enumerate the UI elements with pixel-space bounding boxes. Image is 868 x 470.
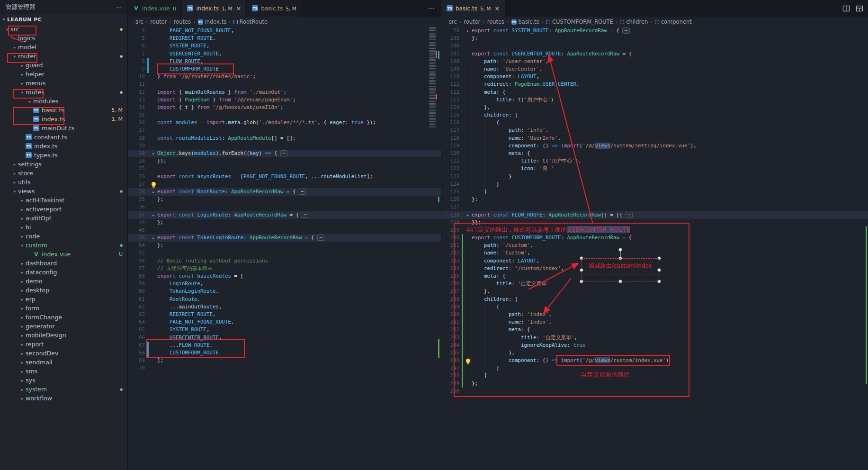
line-number[interactable]: 233 bbox=[441, 257, 464, 265]
code-line-236[interactable]: 236 title: '自定义菜单' bbox=[441, 280, 868, 288]
folded-code-ellipsis[interactable]: ⋯ bbox=[299, 189, 306, 195]
line-number[interactable]: 117 bbox=[441, 127, 464, 134]
code-line-237[interactable]: 237 }, bbox=[441, 288, 868, 295]
tree-item-dataconfig[interactable]: ▸dataconfig bbox=[0, 268, 127, 277]
code-line-115[interactable]: 115 children: [ bbox=[441, 111, 868, 119]
tree-item-formChange[interactable]: ▸formChange bbox=[0, 313, 127, 322]
line-number[interactable]: 46 bbox=[128, 234, 150, 242]
line-number[interactable]: 234 bbox=[441, 265, 464, 272]
folded-code-ellipsis[interactable]: ⋯ bbox=[280, 150, 287, 156]
tree-item-auditOpt[interactable]: ▸auditOpt bbox=[0, 214, 127, 223]
code-line-111[interactable]: 111 redirect: PageEnum.USER_CENTER, bbox=[441, 81, 868, 88]
folded-code-ellipsis[interactable]: ⋯ bbox=[317, 235, 324, 241]
code-line-64[interactable]: 64 PAGE_NOT_FOUND_ROUTE, bbox=[128, 318, 441, 326]
code-line-109[interactable]: 109 name: 'UserCenter', bbox=[441, 65, 868, 73]
code-line-240[interactable]: 240 path: 'index', bbox=[441, 311, 868, 318]
breadcrumb-item-index.ts[interactable]: TSindex.ts bbox=[198, 18, 227, 25]
line-number[interactable]: 241 bbox=[441, 318, 464, 326]
line-number[interactable]: 128 bbox=[441, 211, 464, 219]
code-line-58[interactable]: 58export const basicRoutes = [ bbox=[128, 272, 441, 280]
line-number[interactable]: 12 bbox=[128, 89, 150, 96]
code-line-59[interactable]: 59 LoginRoute, bbox=[128, 280, 441, 288]
line-number[interactable]: 76 bbox=[441, 27, 464, 35]
line-number[interactable]: 243 bbox=[441, 334, 464, 342]
line-number[interactable]: 105 bbox=[441, 35, 464, 42]
code-line-15[interactable]: 15 bbox=[128, 111, 441, 119]
code-line-28[interactable]: 28▸export const RootRoute: AppRouteRecor… bbox=[128, 188, 441, 196]
line-number[interactable]: 240 bbox=[441, 311, 464, 318]
code-line-239[interactable]: 239 { bbox=[441, 303, 868, 311]
code-editor-basic-ts[interactable]: 76▸export const SYSTEM_ROUTE: AppRouteRe… bbox=[441, 27, 868, 470]
code-line-46[interactable]: 46▸export const TokenLoginRoute: AppRout… bbox=[128, 234, 441, 242]
code-line-106[interactable]: 106 bbox=[441, 42, 868, 50]
breadcrumb-item-src[interactable]: src bbox=[449, 18, 457, 25]
code-line-114[interactable]: 114 }, bbox=[441, 104, 868, 111]
code-line-68[interactable]: 68 CUSTOMFORM_ROUTE bbox=[128, 349, 441, 357]
line-number[interactable]: 70 bbox=[128, 364, 150, 372]
line-number[interactable]: 121 bbox=[441, 157, 464, 165]
fold-chevron-icon[interactable]: ▸ bbox=[466, 27, 469, 35]
line-number[interactable]: 36 bbox=[128, 203, 150, 211]
code-line-56[interactable]: 56// Basic routing without permissions bbox=[128, 257, 441, 265]
tab-basic.ts[interactable]: TSbasic.ts5, M bbox=[247, 0, 302, 17]
code-line-110[interactable]: 110 component: LAYOUT, bbox=[441, 73, 868, 81]
code-line-61[interactable]: 61 RootRoute, bbox=[128, 296, 441, 303]
code-line-8[interactable]: 8 FLOW_ROUTE, bbox=[128, 58, 441, 65]
code-line-65[interactable]: 65 SYSTEM_ROUTE, bbox=[128, 326, 441, 334]
line-number[interactable]: 64 bbox=[128, 318, 150, 326]
tree-item-views[interactable]: ▾views● bbox=[0, 187, 127, 196]
code-line-44[interactable]: 44}; bbox=[128, 219, 441, 226]
line-number[interactable]: 247 bbox=[441, 364, 464, 372]
line-number[interactable]: 111 bbox=[441, 81, 464, 88]
code-line-35[interactable]: 35}; bbox=[128, 196, 441, 203]
code-line-11[interactable]: 11 bbox=[128, 81, 441, 88]
line-number[interactable]: 63 bbox=[128, 311, 150, 318]
tree-item-constant.ts[interactable]: TSconstant.ts bbox=[0, 133, 127, 142]
tree-item-index.ts[interactable]: TSindex.ts1, M bbox=[0, 115, 127, 124]
code-line-9[interactable]: 9 CUSTOMFORM_ROUTE bbox=[128, 65, 441, 73]
line-number[interactable]: 4 bbox=[128, 27, 150, 35]
line-number[interactable]: 236 bbox=[441, 280, 464, 288]
breadcrumb-item-children[interactable]: children bbox=[620, 18, 648, 25]
line-number[interactable]: 124 bbox=[441, 181, 464, 188]
code-line-16[interactable]: 16const modules = import.meta.glob('./mo… bbox=[128, 119, 441, 127]
code-line-234[interactable]: 234 redirect: '/custom/index', bbox=[441, 265, 868, 272]
line-number[interactable]: 122 bbox=[441, 165, 464, 172]
tree-item-router[interactable]: ▾router● bbox=[0, 52, 127, 61]
code-line-20[interactable]: 20▸Object.keys(modules).forEach((key) =>… bbox=[128, 150, 441, 157]
code-line-127[interactable]: 127 bbox=[441, 203, 868, 211]
tree-item-erp[interactable]: ▸erp bbox=[0, 295, 127, 304]
line-number[interactable]: 28 bbox=[128, 188, 150, 196]
line-number[interactable]: 35 bbox=[128, 196, 150, 203]
tree-item-bi[interactable]: ▸bi bbox=[0, 223, 127, 232]
tree-item-code[interactable]: ▸code bbox=[0, 232, 127, 241]
code-line-117[interactable]: 117 path: 'info', bbox=[441, 127, 868, 134]
line-number[interactable]: 118 bbox=[441, 135, 464, 142]
line-number[interactable]: 17 bbox=[128, 127, 150, 134]
tree-item-dashboard[interactable]: ▸dashboard bbox=[0, 259, 127, 268]
breadcrumb-item-RootRoute[interactable]: RootRoute bbox=[233, 18, 268, 25]
code-line-19[interactable]: 19 bbox=[128, 142, 441, 150]
line-number[interactable]: 125 bbox=[441, 188, 464, 196]
code-line-108[interactable]: 108 path: '/user-center', bbox=[441, 58, 868, 65]
line-number[interactable]: 250 bbox=[441, 388, 464, 395]
code-line-54[interactable]: 54}; bbox=[128, 242, 441, 249]
tree-item-settings[interactable]: ▸settings bbox=[0, 160, 127, 169]
breadcrumb-item-router[interactable]: router bbox=[150, 18, 167, 25]
code-line-55[interactable]: 55 bbox=[128, 249, 441, 257]
line-number[interactable]: 8 bbox=[128, 58, 150, 65]
line-number[interactable]: 25 bbox=[128, 165, 150, 172]
code-line-14[interactable]: 14import { t } from '/@/hooks/web/useI18… bbox=[128, 104, 441, 111]
code-line-12[interactable]: 12import { mainOutRoutes } from './mainO… bbox=[128, 89, 441, 96]
line-number[interactable]: 60 bbox=[128, 288, 150, 295]
line-number[interactable]: 238 bbox=[441, 296, 464, 303]
line-number[interactable]: 237 bbox=[441, 288, 464, 295]
code-line-233[interactable]: 233 component: LAYOUT, bbox=[441, 257, 868, 265]
folded-code-ellipsis[interactable]: ⋯ bbox=[626, 212, 633, 218]
line-number[interactable]: 37 bbox=[128, 211, 150, 219]
line-number[interactable]: 119 bbox=[441, 142, 464, 150]
code-line-128[interactable]: 128▸export const FLOW_ROUTE: AppRouteRec… bbox=[441, 211, 868, 219]
code-line-113[interactable]: 113 title: t('用户中心') bbox=[441, 96, 868, 104]
line-number[interactable]: 9 bbox=[128, 65, 150, 73]
line-number[interactable]: 24 bbox=[128, 157, 150, 165]
